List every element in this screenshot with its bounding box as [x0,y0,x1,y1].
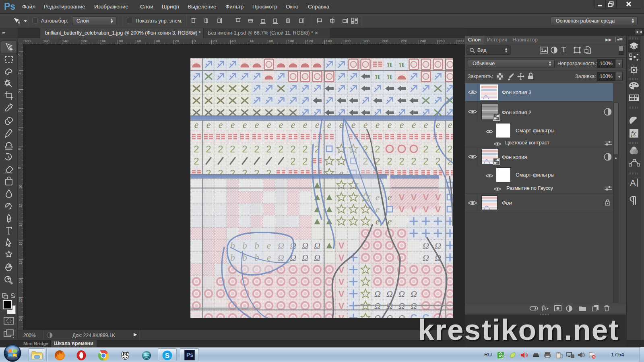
svg-text:S: S [165,352,169,360]
svg-text:A: A [630,178,636,188]
svg-text:fx: fx [631,130,636,137]
